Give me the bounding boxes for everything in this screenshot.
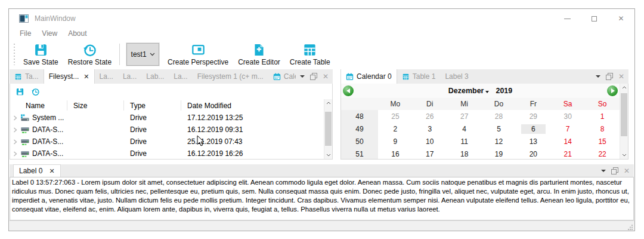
calendar-day[interactable]: 11	[447, 135, 482, 148]
create-editor-button[interactable]: Create Editor	[233, 41, 285, 68]
toolbar-drag-handle[interactable]	[13, 44, 16, 65]
data-drive-icon	[20, 150, 30, 158]
restore-icon[interactable]	[31, 87, 40, 96]
calendar-day[interactable]: 29	[516, 110, 550, 122]
calendar-day[interactable]: 3	[413, 122, 447, 135]
float-dock-icon[interactable]	[611, 167, 618, 174]
calendar-day[interactable]: 20	[516, 148, 550, 159]
calendar-day-selected[interactable]: 6	[516, 122, 550, 135]
calendar-day[interactable]: 2	[378, 122, 413, 135]
column-header-type[interactable]: Type	[124, 100, 181, 111]
tab-filesyst[interactable]: Filesyst...✕	[44, 69, 95, 84]
calendar-month[interactable]: Dezember	[448, 87, 484, 95]
menu-file[interactable]: File	[14, 29, 36, 39]
scrollbar-thumb[interactable]	[325, 112, 332, 146]
column-header-size[interactable]: Size	[67, 100, 124, 111]
calendar-day[interactable]: 22	[585, 148, 620, 159]
menu-about[interactable]: About	[63, 29, 92, 39]
float-dock-icon[interactable]	[606, 73, 613, 80]
expand-chevron-icon[interactable]	[13, 127, 18, 133]
save-state-button[interactable]: Save State	[18, 41, 63, 68]
calendar-day[interactable]: 7	[550, 122, 585, 135]
minimize-button[interactable]	[554, 9, 581, 28]
tab-la[interactable]: La...	[118, 69, 141, 84]
expand-chevron-icon[interactable]	[13, 151, 18, 157]
tab-la[interactable]: La...	[169, 69, 192, 84]
calendar-day[interactable]: 19	[482, 148, 516, 159]
table-row[interactable]: DATA-S...Drive16.12.2019 09:31	[10, 124, 324, 136]
table-row[interactable]: DATA-S...Drive16.12.2019 16:26	[10, 148, 324, 160]
column-header-date[interactable]: Date Modified	[181, 100, 324, 111]
tab-label-3[interactable]: Label 3	[440, 69, 473, 84]
calendar-day[interactable]: 4	[447, 122, 482, 135]
tab-calendar-0[interactable]: Calendar 0	[340, 69, 397, 84]
tab-menu-icon[interactable]	[596, 75, 600, 78]
maximize-button[interactable]	[581, 9, 608, 28]
day-number: 8	[600, 124, 605, 134]
dock-splitter-horizontal[interactable]	[9, 160, 634, 164]
float-dock-icon[interactable]	[310, 73, 317, 80]
column-header-name[interactable]: Name	[10, 100, 67, 111]
tab-menu-icon[interactable]	[300, 75, 305, 78]
expand-chevron-icon[interactable]	[13, 139, 18, 145]
titlebar[interactable]: MainWindow ✕	[9, 9, 634, 28]
calendar-day[interactable]: 5	[482, 122, 516, 135]
previous-month-button[interactable]	[343, 85, 354, 96]
tab-menu-icon[interactable]	[601, 170, 606, 172]
tab-label-0[interactable]: Label 0 ✕	[13, 164, 61, 177]
tab-lab[interactable]: Lab...	[141, 69, 169, 84]
calendar-day[interactable]: 12	[482, 135, 516, 148]
perspective-select[interactable]: test1	[126, 43, 159, 66]
tab-calend[interactable]: Calend...	[268, 69, 296, 84]
calendar-day[interactable]: 16	[378, 148, 413, 159]
calendar-day[interactable]: 30	[550, 110, 585, 122]
table-row[interactable]: DATA-S...Drive25.11.2019 07:43	[10, 136, 324, 148]
scroll-down-icon[interactable]	[620, 151, 628, 159]
calendar-day[interactable]: 9	[378, 135, 413, 148]
calendar-day[interactable]: 15	[585, 135, 620, 148]
calendar-scrollbar[interactable]	[620, 84, 628, 159]
file-table-scrollbar[interactable]	[324, 99, 332, 159]
tab-label: Label 0	[19, 167, 42, 175]
dock-splitter-vertical[interactable]	[336, 69, 337, 160]
calendar-day[interactable]: 8	[585, 122, 620, 135]
calendar-day[interactable]: 25	[378, 110, 413, 122]
create-perspective-label: Create Perspective	[168, 58, 228, 66]
tab-close-icon[interactable]: ✕	[49, 167, 54, 175]
close-dock-icon[interactable]: ✕	[323, 73, 329, 80]
calendar-day[interactable]: 10	[413, 135, 447, 148]
restore-state-button[interactable]: Restore State	[63, 41, 116, 68]
scroll-up-icon[interactable]	[324, 99, 332, 107]
scroll-down-icon[interactable]	[324, 151, 332, 159]
resize-grip[interactable]	[627, 224, 633, 230]
expand-chevron-icon[interactable]	[13, 115, 18, 121]
tab-filesystem-1-c-m[interactable]: Filesystem 1 (c+ m...	[193, 69, 268, 84]
tab-label: La...	[174, 72, 187, 81]
tab-la[interactable]: La...	[95, 69, 118, 84]
save-icon[interactable]	[16, 87, 24, 96]
tab-ta[interactable]: Ta...	[10, 69, 44, 84]
calendar-day[interactable]: 1	[585, 110, 620, 122]
calendar-day[interactable]: 18	[447, 148, 482, 159]
next-month-button[interactable]	[607, 85, 618, 96]
calendar-day[interactable]: 14	[550, 135, 585, 148]
create-perspective-button[interactable]: Create Perspective	[163, 41, 233, 68]
calendar-day[interactable]: 17	[413, 148, 447, 159]
calendar-day[interactable]: 13	[516, 135, 550, 148]
tab-table-1[interactable]: Table 1	[397, 69, 441, 84]
scroll-up-icon[interactable]	[620, 84, 628, 91]
close-dock-icon[interactable]: ✕	[624, 167, 630, 174]
calendar-year[interactable]: 2019	[496, 87, 512, 95]
calendar-day[interactable]: 26	[413, 110, 447, 122]
calendar-day[interactable]: 28	[482, 110, 516, 122]
table-row[interactable]: System ...Drive17.12.2019 13:25	[10, 112, 324, 124]
tab-close-icon[interactable]: ✕	[83, 73, 89, 81]
calendar-title[interactable]: Dezember2019	[354, 87, 607, 95]
close-dock-icon[interactable]: ✕	[618, 73, 624, 80]
menu-view[interactable]: View	[36, 29, 63, 39]
close-button[interactable]: ✕	[608, 9, 634, 28]
calendar-day[interactable]: 21	[550, 148, 585, 159]
calendar-day[interactable]: 27	[447, 110, 482, 122]
scrollbar-thumb[interactable]	[621, 93, 627, 136]
create-table-button[interactable]: Create Table	[285, 41, 335, 68]
